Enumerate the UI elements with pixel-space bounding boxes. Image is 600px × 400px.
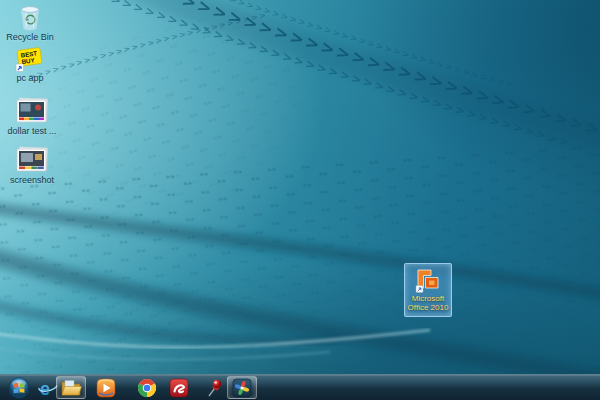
taskbar-google-chrome[interactable] — [134, 376, 160, 399]
red-pushpin-icon — [205, 378, 223, 398]
desktop-icon-photo-1[interactable]: dollar test ... — [4, 97, 60, 136]
photo-thumbnail-icon — [15, 97, 49, 125]
desktop-icon-label: screenshot — [10, 175, 54, 185]
svg-text:>>>>>>>>>>>>>>>>>>>>>>>>>>>>>>: >>>>>>>>>>>>>>>>>>>>>>>>>>>>>>>>>>>>>>>>… — [134, 0, 516, 91]
desktop-icon-label: pc app — [16, 73, 43, 83]
taskbar-windows-explorer[interactable] — [56, 376, 86, 399]
start-button[interactable] — [6, 376, 32, 399]
desktop-icon-photo-2[interactable]: screenshot — [4, 146, 60, 185]
colorful-pinwheel-icon — [232, 378, 252, 398]
taskbar-windows-media-player[interactable] — [93, 376, 119, 399]
wallpaper-art: »» »» — [0, 0, 600, 400]
desktop-icon-label: Microsoft Office 2010 — [405, 295, 451, 313]
desktop-wallpaper: »» »» — [0, 0, 600, 400]
taskbar-pushpin-app[interactable] — [203, 376, 225, 399]
shortcut-arrow-overlay — [416, 286, 423, 293]
red-square-swoosh-icon — [169, 378, 189, 398]
windows-orb-icon — [8, 377, 30, 399]
photo-thumbnail-icon — [15, 146, 49, 174]
shortcut-arrow-overlay — [16, 64, 24, 72]
office-2010-icon — [414, 266, 442, 294]
desktop-icon-recycle-bin[interactable]: Recycle Bin — [4, 3, 56, 42]
chrome-icon — [137, 378, 157, 398]
svg-text:>>>>>>>>>>>>>>>>>>>>>>>>>>>>>>: >>>>>>>>>>>>>>>>>>>>>>>>>>>>>>>>>>>>>>>> — [109, 0, 573, 150]
desktop-icon-office-2010[interactable]: Microsoft Office 2010 — [404, 263, 452, 317]
taskbar-red-app[interactable] — [166, 376, 192, 399]
desktop-icon-label: Recycle Bin — [6, 32, 54, 42]
folder-icon — [60, 378, 82, 397]
taskbar-pinwheel-app[interactable] — [227, 376, 257, 399]
desktop-icon-label: dollar test ... — [7, 126, 56, 136]
recycle-bin-icon — [17, 3, 43, 31]
orange-play-icon — [96, 378, 116, 398]
svg-text:>>>>>>>>>>>>>>>>>>>>>>>>>>>>>>: >>>>>>>>>>>>>>>>>>>>>>>>>>>>>> — [28, 10, 268, 82]
bestbuy-tag-icon: BEST BUY — [15, 46, 45, 72]
desktop-icon-bestbuy-shortcut[interactable]: BEST BUY pc app — [4, 46, 56, 83]
taskbar: e — [0, 374, 600, 400]
svg-text:>>>>>>>>>>>>>>>>>>>>>>>>>>>>>>: >>>>>>>>>>>>>>>>>>>>>>>>>>>>>>>>>>>> — [0, 0, 600, 154]
svg-text:e: e — [40, 378, 50, 398]
